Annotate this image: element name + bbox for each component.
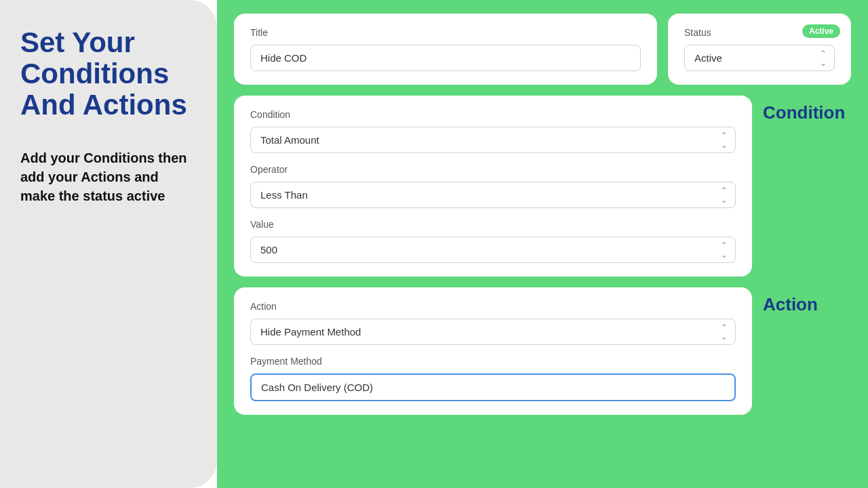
action-section-label: Action xyxy=(763,287,851,315)
sidebar-description: Add your Conditions then add your Action… xyxy=(20,148,197,205)
value-label: Value xyxy=(250,219,736,230)
action-field-group: Action Hide Payment Method ⌃⌄ xyxy=(250,301,736,345)
status-select[interactable]: Active Inactive xyxy=(684,45,835,71)
operator-select[interactable]: Less Than Greater Than Equal xyxy=(250,182,736,208)
sidebar-title: Set Your Conditions And Actions xyxy=(20,27,197,121)
action-label: Action xyxy=(250,301,736,312)
operator-label: Operator xyxy=(250,164,736,175)
action-select-wrapper: Hide Payment Method ⌃⌄ xyxy=(250,319,736,345)
condition-select-wrapper: Total Amount ⌃⌄ xyxy=(250,127,736,153)
condition-select[interactable]: Total Amount xyxy=(250,127,736,153)
title-label: Title xyxy=(250,27,641,38)
title-input[interactable] xyxy=(250,45,641,71)
condition-section: Condition Total Amount ⌃⌄ Operator Less … xyxy=(234,96,851,277)
operator-select-wrapper: Less Than Greater Than Equal ⌃⌄ xyxy=(250,182,736,208)
payment-method-field-group: Payment Method xyxy=(250,356,736,401)
status-card: Active Status Active Inactive ⌃⌄ xyxy=(668,14,851,85)
action-section: Action Hide Payment Method ⌃⌄ Payment Me… xyxy=(234,287,851,415)
value-select[interactable]: 500 xyxy=(250,237,736,263)
condition-section-label: Condition xyxy=(763,96,851,123)
sidebar: Set Your Conditions And Actions Add your… xyxy=(0,0,217,488)
payment-method-input[interactable] xyxy=(250,373,736,401)
operator-field-group: Operator Less Than Greater Than Equal ⌃⌄ xyxy=(250,164,736,208)
status-select-wrapper: Active Inactive ⌃⌄ xyxy=(684,45,835,71)
value-select-wrapper: 500 ⌃⌄ xyxy=(250,237,736,263)
value-field-group: Value 500 ⌃⌄ xyxy=(250,219,736,263)
title-card: Title xyxy=(234,14,657,85)
top-row: Title Active Status Active Inactive ⌃⌄ xyxy=(234,14,851,85)
payment-method-label: Payment Method xyxy=(250,356,736,367)
main-content: Title Active Status Active Inactive ⌃⌄ C… xyxy=(217,0,868,488)
active-badge: Active xyxy=(802,24,840,38)
action-card: Action Hide Payment Method ⌃⌄ Payment Me… xyxy=(234,287,752,415)
condition-label: Condition xyxy=(250,109,736,120)
condition-field-group: Condition Total Amount ⌃⌄ xyxy=(250,109,736,153)
condition-card: Condition Total Amount ⌃⌄ Operator Less … xyxy=(234,96,752,277)
action-select[interactable]: Hide Payment Method xyxy=(250,319,736,345)
